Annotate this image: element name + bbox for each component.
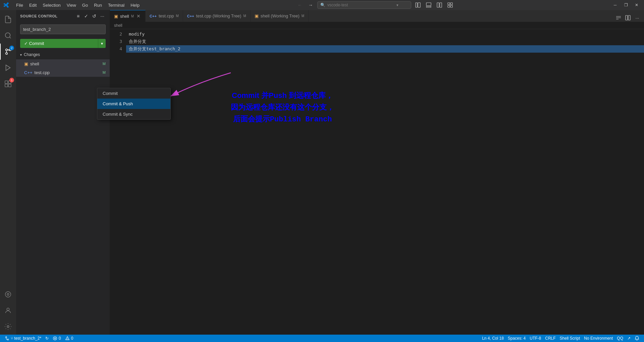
cpp-discard-icon[interactable]: ↺ bbox=[88, 70, 93, 75]
status-share[interactable]: ↗ bbox=[625, 335, 633, 342]
layout-split-button[interactable] bbox=[435, 1, 443, 9]
search-dropdown-icon[interactable]: ▾ bbox=[396, 3, 398, 7]
file-item-shell[interactable]: ▣ shell ⊞ ↺ + M bbox=[16, 59, 110, 68]
svg-point-12 bbox=[6, 49, 8, 51]
status-warnings[interactable]: 0 bbox=[63, 335, 75, 342]
context-menu-commit[interactable]: Commit bbox=[97, 88, 170, 99]
svg-rect-5 bbox=[440, 3, 442, 7]
status-language[interactable]: Shell Script bbox=[558, 335, 582, 342]
commit-message-input[interactable] bbox=[20, 24, 106, 34]
restore-button[interactable]: ❐ bbox=[621, 1, 631, 9]
svg-rect-4 bbox=[437, 3, 439, 7]
commit-main-button[interactable]: ✓ Commit bbox=[20, 39, 98, 48]
close-button[interactable]: ✕ bbox=[632, 1, 641, 9]
menu-view[interactable]: View bbox=[64, 2, 79, 9]
activity-run[interactable] bbox=[0, 60, 16, 76]
status-errors[interactable]: 0 bbox=[51, 335, 63, 342]
sidebar-title: SOURCE CONTROL bbox=[20, 14, 72, 18]
tab-bar-actions: ··· bbox=[612, 14, 644, 22]
status-qq[interactable]: QQ bbox=[615, 335, 625, 342]
open-changes-icon[interactable]: ⊞ bbox=[82, 61, 87, 66]
activity-source-control[interactable]: 2 bbox=[0, 44, 16, 60]
nav-back-button[interactable]: ← bbox=[296, 1, 304, 9]
status-branch[interactable]: ⑂ test_branch_2* bbox=[3, 335, 43, 342]
menu-file[interactable]: File bbox=[13, 2, 26, 9]
changes-header[interactable]: ▾ Changes bbox=[16, 50, 110, 59]
tab-shell[interactable]: ▣ shell M ✕ bbox=[110, 10, 146, 22]
breadcrumb-shell[interactable]: shell bbox=[114, 23, 122, 28]
sidebar-list-button[interactable]: ≡ bbox=[75, 13, 82, 19]
commit-context-menu: Commit Commit & Push Commit & Sync bbox=[97, 88, 171, 120]
title-bar-left: File Edit Selection View Go Run Terminal… bbox=[3, 2, 142, 9]
context-menu-commit-sync[interactable]: Commit & Sync bbox=[97, 109, 170, 119]
layout-panel-button[interactable] bbox=[425, 1, 433, 9]
activity-explorer[interactable] bbox=[0, 11, 16, 27]
menu-bar: File Edit Selection View Go Run Terminal… bbox=[13, 2, 142, 9]
cpp-stage-icon[interactable]: + bbox=[94, 70, 99, 75]
activity-settings[interactable] bbox=[0, 319, 16, 335]
tab-testcpp-working-modified: M bbox=[243, 14, 246, 18]
menu-help[interactable]: Help bbox=[128, 2, 142, 9]
search-input[interactable] bbox=[327, 3, 394, 7]
changes-chevron-icon: ▾ bbox=[20, 53, 22, 57]
minimize-button[interactable]: ─ bbox=[610, 1, 620, 9]
svg-rect-18 bbox=[5, 84, 8, 87]
layout-sidebar-button[interactable] bbox=[414, 1, 422, 9]
warning-count: 0 bbox=[71, 336, 73, 341]
svg-point-20 bbox=[5, 292, 11, 297]
cpp-file-status: M bbox=[103, 70, 106, 74]
file-item-testcpp[interactable]: C++ test.cpp ⊞ ↺ + M bbox=[16, 68, 110, 77]
changes-section: ▾ Changes ▣ shell ⊞ ↺ + M C++ test.cpp ⊞… bbox=[16, 50, 110, 77]
discard-icon[interactable]: ↺ bbox=[88, 61, 93, 66]
context-menu-commit-push[interactable]: Commit & Push bbox=[97, 99, 170, 109]
split-editor-button[interactable] bbox=[624, 14, 632, 22]
status-encoding[interactable]: UTF-8 bbox=[528, 335, 543, 342]
shell-file-status: M bbox=[103, 62, 106, 66]
commit-dropdown-button[interactable]: ▾ bbox=[98, 39, 106, 48]
svg-point-22 bbox=[7, 308, 9, 310]
more-actions-button[interactable]: ··· bbox=[633, 14, 641, 22]
status-sync[interactable]: ↻ bbox=[43, 335, 51, 342]
menu-terminal[interactable]: Terminal bbox=[105, 2, 127, 9]
menu-selection[interactable]: Selection bbox=[40, 2, 63, 9]
svg-marker-15 bbox=[6, 65, 10, 71]
layout-grid-button[interactable] bbox=[446, 1, 454, 9]
status-eol[interactable]: CRLF bbox=[543, 335, 557, 342]
diff-button[interactable] bbox=[614, 14, 623, 22]
tab-testcpp-modified: M bbox=[176, 14, 178, 18]
tab-shell-close[interactable]: ✕ bbox=[136, 13, 141, 19]
activity-extensions[interactable]: 1 bbox=[0, 76, 16, 92]
tab-shell-working[interactable]: ▣ shell (Working Tree) M bbox=[251, 10, 309, 22]
status-notifications[interactable] bbox=[633, 335, 641, 342]
svg-point-33 bbox=[67, 339, 67, 339]
sidebar: SOURCE CONTROL ≡ ✓ ↺ ··· ✓ Commit ▾ Comm… bbox=[16, 10, 110, 335]
status-env[interactable]: No Environment bbox=[582, 335, 615, 342]
cpp-open-changes-icon[interactable]: ⊞ bbox=[82, 70, 87, 75]
nav-forward-button[interactable]: → bbox=[307, 1, 315, 9]
menu-edit[interactable]: Edit bbox=[26, 2, 39, 9]
status-spaces[interactable]: Spaces: 4 bbox=[506, 335, 528, 342]
menu-go[interactable]: Go bbox=[79, 2, 91, 9]
menu-run[interactable]: Run bbox=[91, 2, 105, 9]
sidebar-refresh-button[interactable]: ↺ bbox=[91, 13, 98, 19]
cpp-file-label: test.cpp bbox=[35, 70, 80, 75]
tab-testcpp-working[interactable]: C++ test.cpp (Working Tree) M bbox=[183, 10, 251, 22]
code-line-4: 合并分支test_branch_2 bbox=[126, 45, 644, 53]
sidebar-check-button[interactable]: ✓ bbox=[83, 13, 90, 19]
tab-testcpp[interactable]: C++ test.cpp M bbox=[146, 10, 183, 22]
tab-shell-working-modified: M bbox=[302, 14, 304, 18]
activity-remote[interactable] bbox=[0, 286, 16, 302]
svg-point-10 bbox=[5, 33, 10, 38]
search-bar[interactable]: 🔍 ▾ bbox=[317, 1, 411, 9]
activity-account[interactable] bbox=[0, 302, 16, 319]
stage-icon[interactable]: + bbox=[94, 61, 99, 66]
svg-point-28 bbox=[7, 339, 9, 340]
svg-rect-3 bbox=[426, 6, 431, 7]
status-branch-name: ⑂ test_branch_2* bbox=[11, 336, 41, 341]
activity-search[interactable] bbox=[0, 27, 16, 44]
svg-rect-1 bbox=[418, 3, 420, 7]
status-ln-col[interactable]: Ln 4, Col 18 bbox=[480, 335, 506, 342]
sidebar-more-button[interactable]: ··· bbox=[99, 13, 106, 19]
error-count: 0 bbox=[59, 336, 61, 341]
code-editor[interactable]: 2 3 4 modify 合并分支 合并分支test_branch_2 bbox=[110, 29, 644, 335]
